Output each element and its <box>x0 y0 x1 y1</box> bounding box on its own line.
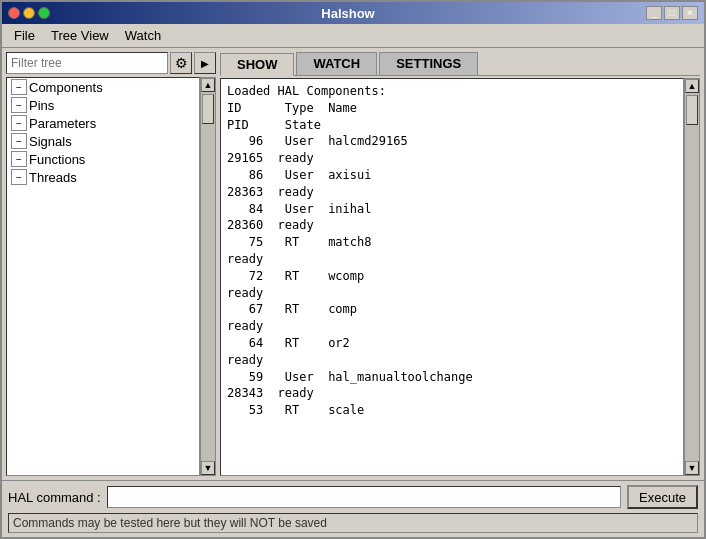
left-panel: ⚙ ▶ − Components − Pins − Parameters <box>6 52 216 476</box>
menu-watch[interactable]: Watch <box>117 26 169 45</box>
right-panel: SHOW WATCH SETTINGS Loaded HAL Component… <box>220 52 700 476</box>
menu-treeview[interactable]: Tree View <box>43 26 117 45</box>
filter-bar: ⚙ ▶ <box>6 52 216 74</box>
gear-button[interactable]: ⚙ <box>170 52 192 74</box>
output-wrapper: Loaded HAL Components: ID Type Name PID … <box>220 78 700 476</box>
tree-scrollbar[interactable]: ▲ ▼ <box>200 77 216 476</box>
filter-input[interactable] <box>6 52 168 74</box>
win-close-btn[interactable]: ✕ <box>682 6 698 20</box>
tree-item-signals[interactable]: − Signals <box>7 132 199 150</box>
command-label: HAL command : <box>8 490 101 505</box>
tree-label-pins: Pins <box>29 98 54 113</box>
tree-item-threads[interactable]: − Threads <box>7 168 199 186</box>
tree-item-parameters[interactable]: − Parameters <box>7 114 199 132</box>
tree-label-signals: Signals <box>29 134 72 149</box>
execute-button[interactable]: Execute <box>627 485 698 509</box>
status-bar: Commands may be tested here but they wil… <box>8 513 698 533</box>
tree-item-pins[interactable]: − Pins <box>7 96 199 114</box>
tree-scroll-track <box>201 92 215 461</box>
title-bar-controls: _ □ ✕ <box>646 6 698 20</box>
tree-label-parameters: Parameters <box>29 116 96 131</box>
command-input[interactable] <box>107 486 621 508</box>
tree-scroll-down[interactable]: ▼ <box>201 461 215 475</box>
tree-scroll-thumb[interactable] <box>202 94 214 124</box>
output-scrollbar[interactable]: ▲ ▼ <box>684 78 700 476</box>
tree-container: − Components − Pins − Parameters − Signa… <box>6 77 200 476</box>
main-window: Halshow _ □ ✕ File Tree View Watch ⚙ ▶ − <box>0 0 706 539</box>
tabs-bar: SHOW WATCH SETTINGS <box>220 52 700 76</box>
tab-watch[interactable]: WATCH <box>296 52 377 75</box>
command-row: HAL command : Execute <box>8 485 698 509</box>
expand-signals[interactable]: − <box>11 133 27 149</box>
expand-parameters[interactable]: − <box>11 115 27 131</box>
output-scroll-track <box>685 93 699 461</box>
output-scroll-up[interactable]: ▲ <box>685 79 699 93</box>
tree-label-functions: Functions <box>29 152 85 167</box>
tree-scroll-up[interactable]: ▲ <box>201 78 215 92</box>
expand-functions[interactable]: − <box>11 151 27 167</box>
tab-show[interactable]: SHOW <box>220 53 294 76</box>
output-scroll-thumb[interactable] <box>686 95 698 125</box>
bottom-bar: HAL command : Execute Commands may be te… <box>2 480 704 537</box>
expand-components[interactable]: − <box>11 79 27 95</box>
arrow-button[interactable]: ▶ <box>194 52 216 74</box>
window-title: Halshow <box>50 6 646 21</box>
expand-pins[interactable]: − <box>11 97 27 113</box>
menu-bar: File Tree View Watch <box>2 24 704 48</box>
expand-threads[interactable]: − <box>11 169 27 185</box>
tree-label-threads: Threads <box>29 170 77 185</box>
close-button[interactable] <box>8 7 20 19</box>
minimize-button[interactable] <box>23 7 35 19</box>
output-area: Loaded HAL Components: ID Type Name PID … <box>220 78 684 476</box>
tab-settings[interactable]: SETTINGS <box>379 52 478 75</box>
traffic-lights <box>8 7 50 19</box>
tree-item-functions[interactable]: − Functions <box>7 150 199 168</box>
win-minimize-btn[interactable]: _ <box>646 6 662 20</box>
tree-label-components: Components <box>29 80 103 95</box>
title-bar: Halshow _ □ ✕ <box>2 2 704 24</box>
main-content: ⚙ ▶ − Components − Pins − Parameters <box>2 48 704 480</box>
tree-item-components[interactable]: − Components <box>7 78 199 96</box>
menu-file[interactable]: File <box>6 26 43 45</box>
output-scroll-down[interactable]: ▼ <box>685 461 699 475</box>
win-restore-btn[interactable]: □ <box>664 6 680 20</box>
maximize-button[interactable] <box>38 7 50 19</box>
